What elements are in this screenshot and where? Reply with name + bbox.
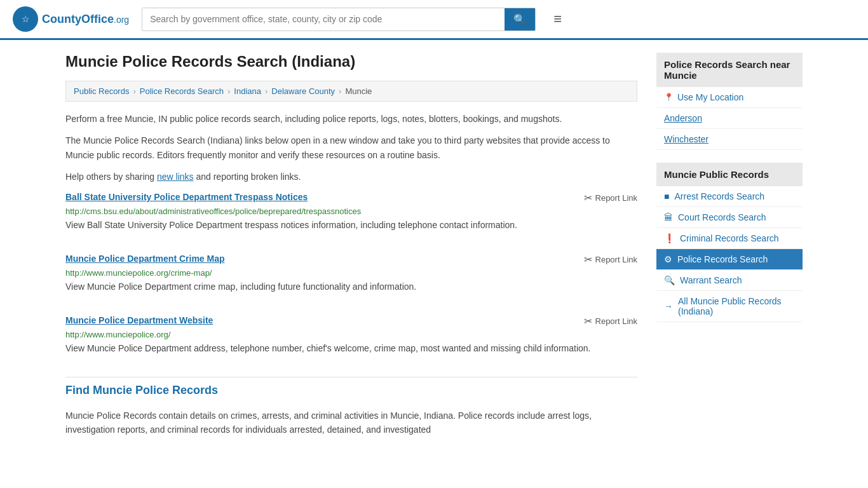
- page-title: Muncie Police Records Search (Indiana): [65, 53, 637, 71]
- description-para1: Perform a free Muncie, IN public police …: [65, 112, 637, 126]
- breadcrumb-public-records[interactable]: Public Records: [74, 86, 129, 96]
- link-entries: Ball State University Police Department …: [65, 192, 637, 362]
- link-url: http://www.munciepolice.org/crime-map/: [65, 268, 637, 278]
- content-area: Muncie Police Records Search (Indiana) P…: [65, 53, 637, 444]
- link-entry: Ball State University Police Department …: [65, 192, 637, 238]
- sidebar-item-icon: ■: [664, 191, 669, 201]
- sidebar-item-label: All Muncie Public Records (Indiana): [678, 296, 795, 316]
- svg-text:☆: ☆: [22, 15, 30, 24]
- sidebar-public-record-item[interactable]: 🔍 Warrant Search: [656, 270, 803, 291]
- sidebar-item-icon: ⚙: [664, 254, 672, 264]
- link-entry-header: Muncie Police Department Website ✂ Repor…: [65, 315, 637, 327]
- new-links-link[interactable]: new links: [157, 172, 194, 182]
- link-entry: Muncie Police Department Website ✂ Repor…: [65, 315, 637, 362]
- link-title[interactable]: Ball State University Police Department …: [65, 192, 308, 202]
- report-link-button[interactable]: ✂ Report Link: [584, 192, 637, 204]
- breadcrumb-indiana[interactable]: Indiana: [234, 86, 261, 96]
- public-records-title: Muncie Public Records: [656, 163, 803, 186]
- link-url: http://www.munciepolice.org/: [65, 330, 637, 339]
- description-para3: Help others by sharing new links and rep…: [65, 170, 637, 184]
- sidebar-item-icon: 🏛: [664, 212, 673, 222]
- sidebar-item-label: Arrest Records Search: [674, 191, 764, 201]
- sidebar-item-label: Criminal Records Search: [680, 233, 779, 243]
- link-description: View Muncie Police Department address, t…: [65, 342, 637, 355]
- pin-icon: 📍: [664, 93, 674, 102]
- sidebar-items: ■ Arrest Records Search 🏛 Court Records …: [656, 186, 803, 322]
- sidebar-item-label: Court Records Search: [678, 212, 766, 222]
- logo-icon: ☆: [13, 6, 38, 32]
- sidebar-public-record-item[interactable]: ■ Arrest Records Search: [656, 186, 803, 207]
- find-section-description: Muncie Police Records contain details on…: [65, 409, 637, 437]
- sidebar-item-label: Police Records Search: [677, 254, 768, 264]
- sidebar-public-record-item[interactable]: → All Muncie Public Records (Indiana): [656, 291, 803, 322]
- scissors-icon: ✂: [584, 192, 592, 204]
- link-entry-header: Muncie Police Department Crime Map ✂ Rep…: [65, 254, 637, 266]
- sidebar-item-label: Warrant Search: [680, 275, 742, 285]
- search-bar: 🔍: [142, 8, 536, 31]
- sidebar-item-icon: →: [664, 301, 673, 311]
- breadcrumb-muncie: Muncie: [345, 86, 372, 96]
- breadcrumb: Public Records › Police Records Search ›…: [65, 81, 637, 102]
- logo-link[interactable]: ☆ CountyOffice.org: [13, 6, 129, 32]
- breadcrumb-police-records-search[interactable]: Police Records Search: [140, 86, 224, 96]
- report-link-button[interactable]: ✂ Report Link: [584, 254, 637, 266]
- search-input[interactable]: [142, 8, 505, 30]
- link-description: View Ball State University Police Depart…: [65, 219, 637, 232]
- nearby-location-item[interactable]: Winchester: [656, 129, 803, 150]
- link-entry: Muncie Police Department Crime Map ✂ Rep…: [65, 254, 637, 300]
- sidebar-public-record-item[interactable]: ❗ Criminal Records Search: [656, 228, 803, 249]
- report-link-button[interactable]: ✂ Report Link: [584, 315, 637, 327]
- breadcrumb-delaware-county[interactable]: Delaware County: [271, 86, 335, 96]
- logo-text: CountyOffice.org: [42, 13, 129, 26]
- nearby-section: Police Records Search near Muncie 📍 Use …: [656, 53, 803, 150]
- public-records-section: Muncie Public Records ■ Arrest Records S…: [656, 163, 803, 322]
- sidebar-public-record-item[interactable]: ⚙ Police Records Search: [656, 249, 803, 270]
- header: ☆ CountyOffice.org 🔍 ≡: [0, 0, 868, 40]
- find-section-title: Find Muncie Police Records: [65, 377, 637, 402]
- scissors-icon: ✂: [584, 315, 592, 327]
- link-entry-header: Ball State University Police Department …: [65, 192, 637, 204]
- use-location-item[interactable]: 📍 Use My Location: [656, 87, 803, 108]
- scissors-icon: ✂: [584, 254, 592, 266]
- sidebar-item-icon: 🔍: [664, 275, 675, 285]
- menu-button[interactable]: ≡: [548, 8, 567, 30]
- nearby-title: Police Records Search near Muncie: [656, 53, 803, 87]
- sidebar: Police Records Search near Muncie 📍 Use …: [656, 53, 803, 444]
- main-container: Muncie Police Records Search (Indiana) P…: [53, 40, 815, 457]
- nearby-locations: AndersonWinchester: [656, 108, 803, 150]
- sidebar-item-icon: ❗: [664, 233, 675, 243]
- link-description: View Muncie Police Department crime map,…: [65, 280, 637, 294]
- link-title[interactable]: Muncie Police Department Crime Map: [65, 254, 225, 264]
- description-para2: The Muncie Police Records Search (Indian…: [65, 133, 637, 162]
- search-button[interactable]: 🔍: [505, 8, 535, 30]
- sidebar-public-record-item[interactable]: 🏛 Court Records Search: [656, 207, 803, 228]
- link-url: http://cms.bsu.edu/about/administrativeo…: [65, 207, 637, 216]
- link-title[interactable]: Muncie Police Department Website: [65, 315, 213, 325]
- nearby-location-item[interactable]: Anderson: [656, 108, 803, 129]
